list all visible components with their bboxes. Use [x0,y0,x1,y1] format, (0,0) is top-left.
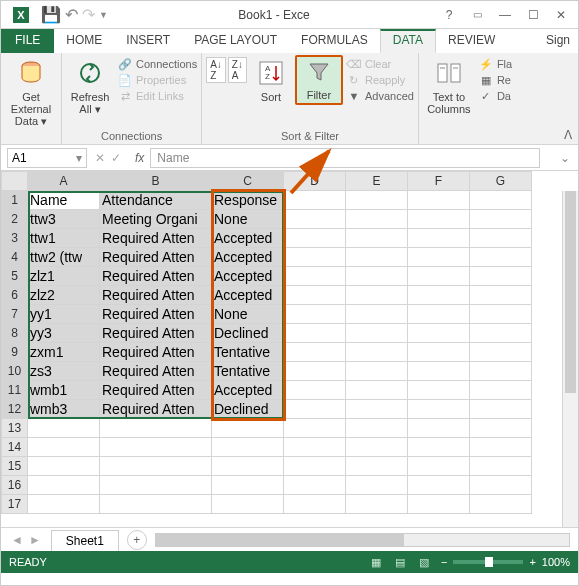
qat-dropdown-icon[interactable]: ▼ [99,10,108,20]
cell[interactable]: Required Atten [100,324,212,343]
cell[interactable] [28,419,100,438]
cell[interactable] [284,248,346,267]
cell[interactable] [284,324,346,343]
enter-formula-icon[interactable]: ✓ [111,151,121,165]
cell[interactable] [470,495,532,514]
get-external-data-button[interactable]: Get External Data ▾ [5,55,57,129]
formula-input[interactable]: Name [150,148,540,168]
cell[interactable] [284,419,346,438]
advanced-button[interactable]: ▼Advanced [347,89,414,103]
cell[interactable] [28,457,100,476]
zoom-in-button[interactable]: + [529,556,535,568]
reapply-button[interactable]: ↻Reapply [347,73,414,87]
col-header-e[interactable]: E [346,172,408,191]
cell[interactable]: Accepted [212,286,284,305]
remove-dupes-button[interactable]: ▦Re [479,73,512,87]
row-header[interactable]: 15 [2,457,28,476]
cell[interactable] [346,305,408,324]
sign-in-link[interactable]: Sign [542,29,578,53]
cell[interactable]: Attendance [100,191,212,210]
row-header[interactable]: 10 [2,362,28,381]
tab-insert[interactable]: INSERT [114,29,182,53]
cell[interactable]: Required Atten [100,267,212,286]
cell[interactable]: zlz1 [28,267,100,286]
col-header-f[interactable]: F [408,172,470,191]
cell[interactable] [408,419,470,438]
hscroll-thumb[interactable] [156,534,404,546]
zoom-slider[interactable] [453,560,523,564]
cell[interactable]: yy1 [28,305,100,324]
row-header[interactable]: 5 [2,267,28,286]
cell[interactable] [346,457,408,476]
tab-pagelayout[interactable]: PAGE LAYOUT [182,29,289,53]
cell[interactable] [346,400,408,419]
cell[interactable] [284,457,346,476]
row-header[interactable]: 1 [2,191,28,210]
cell[interactable]: None [212,305,284,324]
add-sheet-button[interactable]: + [127,530,147,550]
filter-button[interactable]: Filter [295,55,343,105]
cell[interactable] [284,286,346,305]
ribbon-options-button[interactable]: ▭ [464,5,490,25]
cell[interactable] [470,248,532,267]
tab-home[interactable]: HOME [54,29,114,53]
cell[interactable]: wmb1 [28,381,100,400]
cell[interactable]: ttw3 [28,210,100,229]
col-header-g[interactable]: G [470,172,532,191]
cell[interactable] [470,343,532,362]
cell[interactable] [346,343,408,362]
cell[interactable] [100,438,212,457]
sort-button[interactable]: AZ Sort [251,55,291,105]
cell[interactable]: zlz2 [28,286,100,305]
col-header-b[interactable]: B [100,172,212,191]
cell[interactable] [408,457,470,476]
row-header[interactable]: 8 [2,324,28,343]
cell[interactable]: ttw2 (ttw [28,248,100,267]
tab-data[interactable]: DATA [380,29,436,53]
cell[interactable] [346,324,408,343]
cell[interactable] [470,324,532,343]
cell[interactable] [408,495,470,514]
cell[interactable] [470,476,532,495]
grid-table[interactable]: A B C D E F G 1NameAttendanceResponse2tt… [1,171,532,514]
cell[interactable]: None [212,210,284,229]
cell[interactable] [470,229,532,248]
view-normal-button[interactable]: ▦ [365,554,387,570]
cell[interactable] [408,438,470,457]
cell[interactable] [346,210,408,229]
properties-button[interactable]: 📄Properties [118,73,197,87]
sheet-nav-next-icon[interactable]: ► [29,533,41,547]
cell[interactable] [408,324,470,343]
qat-undo-icon[interactable]: ↶ [65,5,78,24]
maximize-button[interactable]: ☐ [520,5,546,25]
name-box-dropdown-icon[interactable]: ▾ [76,151,82,165]
fx-icon[interactable]: fx [129,151,150,165]
tab-file[interactable]: FILE [1,29,54,53]
zoom-out-button[interactable]: − [441,556,447,568]
cell[interactable]: Required Atten [100,381,212,400]
cell[interactable]: Accepted [212,381,284,400]
cell[interactable] [346,362,408,381]
connections-button[interactable]: 🔗Connections [118,57,197,71]
cell[interactable] [284,362,346,381]
name-box[interactable]: A1 ▾ [7,148,87,168]
qat-save-icon[interactable]: 💾 [41,5,61,24]
cell[interactable] [470,419,532,438]
cell[interactable]: Required Atten [100,248,212,267]
col-header-c[interactable]: C [212,172,284,191]
cell[interactable] [28,438,100,457]
sheet-nav-prev-icon[interactable]: ◄ [11,533,23,547]
cell[interactable]: Required Atten [100,362,212,381]
cell[interactable]: Required Atten [100,286,212,305]
row-header[interactable]: 2 [2,210,28,229]
view-pagebreak-button[interactable]: ▧ [413,554,435,570]
cell[interactable] [408,286,470,305]
cell[interactable] [408,248,470,267]
view-pagelayout-button[interactable]: ▤ [389,554,411,570]
cell[interactable] [284,438,346,457]
row-header[interactable]: 3 [2,229,28,248]
cell[interactable]: Name [28,191,100,210]
cell[interactable] [346,476,408,495]
cell[interactable] [284,400,346,419]
cell[interactable] [470,191,532,210]
